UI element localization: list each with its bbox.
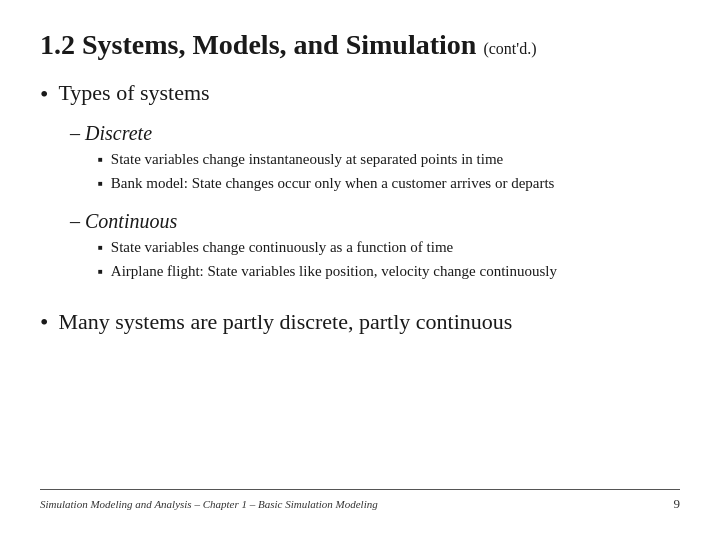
continuous-section: Continuous ■ State variables change cont… xyxy=(70,210,680,282)
list-item: ■ Bank model: State changes occur only w… xyxy=(98,173,680,194)
slide-content: • Types of systems Discrete ■ State vari… xyxy=(40,80,680,338)
discrete-bullet-1: State variables change instantaneously a… xyxy=(111,149,503,170)
footer-left: Simulation Modeling and Analysis – Chapt… xyxy=(40,498,378,510)
title-main: 1.2 Systems, Models, and Simulation xyxy=(40,29,476,60)
sq-bullet-icon: ■ xyxy=(98,178,103,189)
slide: 1.2 Systems, Models, and Simulation (con… xyxy=(0,0,720,540)
discrete-heading: Discrete xyxy=(70,122,680,145)
slide-footer: Simulation Modeling and Analysis – Chapt… xyxy=(40,489,680,512)
footer-page: 9 xyxy=(674,496,681,512)
slide-title: 1.2 Systems, Models, and Simulation (con… xyxy=(40,28,680,62)
list-item: ■ State variables change continuously as… xyxy=(98,237,680,258)
sq-bullet-icon: ■ xyxy=(98,242,103,253)
continuous-bullet-1: State variables change continuously as a… xyxy=(111,237,453,258)
list-item: ■ Airplane flight: State variables like … xyxy=(98,261,680,282)
sq-bullet-icon: ■ xyxy=(98,154,103,165)
bullet1-label: Types of systems xyxy=(58,80,209,106)
continuous-bullet-2: Airplane flight: State variables like po… xyxy=(111,261,557,282)
title-contd: (cont'd.) xyxy=(483,40,536,57)
discrete-bullet-2: Bank model: State changes occur only whe… xyxy=(111,173,555,194)
discrete-bullets: ■ State variables change instantaneously… xyxy=(98,149,680,194)
many-systems-bullet: • Many systems are partly discrete, part… xyxy=(40,308,680,337)
discrete-section: Discrete ■ State variables change instan… xyxy=(70,122,680,194)
list-item: ■ State variables change instantaneously… xyxy=(98,149,680,170)
continuous-heading: Continuous xyxy=(70,210,680,233)
bullet2-dot: • xyxy=(40,308,48,337)
bullet2-label: Many systems are partly discrete, partly… xyxy=(58,308,512,337)
continuous-bullets: ■ State variables change continuously as… xyxy=(98,237,680,282)
bullet1-dot: • xyxy=(40,80,48,109)
types-bullet: • Types of systems xyxy=(40,80,680,109)
sq-bullet-icon: ■ xyxy=(98,266,103,277)
